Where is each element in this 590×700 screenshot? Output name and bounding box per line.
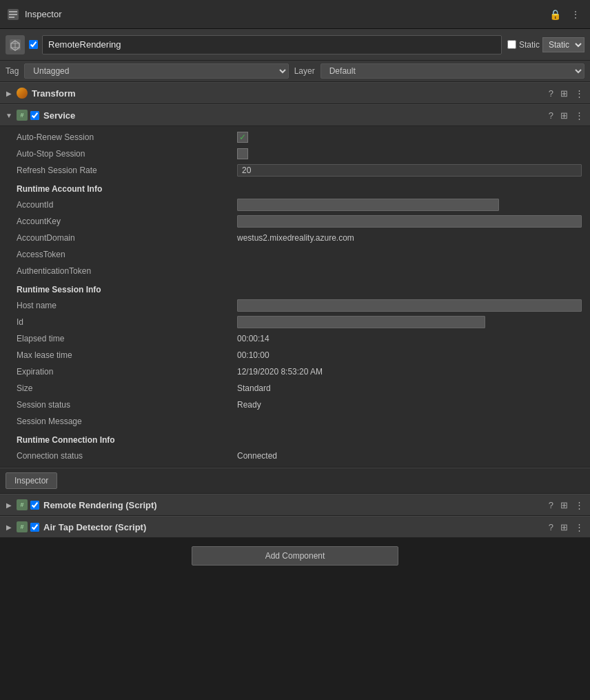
id-field[interactable] xyxy=(237,316,485,328)
session-status-value: Ready xyxy=(237,400,582,410)
service-expand-arrow[interactable]: ▼ xyxy=(4,110,14,120)
elapsed-time-value: 00:00:14 xyxy=(237,334,582,343)
layer-select[interactable]: Default TransparentFX Ignore Raycast Wat… xyxy=(321,63,584,79)
max-lease-time-label: Max lease time xyxy=(17,350,237,360)
remote-rendering-settings-button[interactable]: ⊞ xyxy=(558,499,570,511)
remote-rendering-script-actions: ? ⊞ ⋮ xyxy=(547,499,586,511)
object-header: Static Static xyxy=(0,29,590,61)
air-tap-menu-button[interactable]: ⋮ xyxy=(573,521,586,533)
auto-stop-checkbox[interactable] xyxy=(237,148,248,159)
air-tap-script-header: ▶ # Air Tap Detector (Script) ? ⊞ ⋮ xyxy=(0,516,590,538)
size-row: Size Standard xyxy=(0,380,590,397)
service-help-button[interactable]: ? xyxy=(547,110,556,121)
auto-stop-row: Auto-Stop Session xyxy=(0,146,590,162)
elapsed-time-label: Elapsed time xyxy=(17,334,237,343)
runtime-connection-info-header: Runtime Connection Info xyxy=(0,430,590,448)
service-section-header: ▼ # Service ? ⊞ ⋮ xyxy=(0,104,590,126)
account-domain-label: AccountDomain xyxy=(17,233,237,243)
account-id-label: AccountId xyxy=(17,200,237,210)
remote-rendering-script-header: ▶ # Remote Rendering (Script) ? ⊞ ⋮ xyxy=(0,494,590,516)
refresh-rate-input[interactable] xyxy=(237,164,582,177)
remote-rendering-help-button[interactable]: ? xyxy=(547,499,556,511)
tag-layer-row: Tag Untagged Respawn Finish EditorOnly M… xyxy=(0,61,590,82)
host-name-label: Host name xyxy=(17,301,237,310)
air-tap-help-button[interactable]: ? xyxy=(547,521,556,533)
session-status-row: Session status Ready xyxy=(0,397,590,413)
size-label: Size xyxy=(17,383,237,393)
air-tap-expand-arrow[interactable]: ▶ xyxy=(4,522,14,532)
air-tap-script-title: Air Tap Detector (Script) xyxy=(43,522,547,532)
service-component-body: Auto-Renew Session Auto-Stop Session Ref… xyxy=(0,126,590,468)
air-tap-script-icon: # xyxy=(17,521,28,532)
title-bar-actions: 🔒 ⋮ xyxy=(547,8,583,21)
static-dropdown[interactable]: Static xyxy=(542,37,584,52)
runtime-account-info-header: Runtime Account Info xyxy=(0,179,590,197)
auto-renew-row: Auto-Renew Session xyxy=(0,129,590,146)
account-key-label: AccountKey xyxy=(17,217,237,226)
transform-expand-arrow[interactable]: ▶ xyxy=(4,88,14,98)
refresh-rate-row: Refresh Session Rate xyxy=(0,162,590,179)
id-row: Id xyxy=(0,314,590,330)
static-area: Static Static xyxy=(507,37,584,52)
account-domain-row: AccountDomain westus2.mixedreality.azure… xyxy=(0,230,590,246)
max-lease-time-row: Max lease time 00:10:00 xyxy=(0,347,590,363)
remote-rendering-active-checkbox[interactable] xyxy=(30,501,39,510)
runtime-session-info-header: Runtime Session Info xyxy=(0,279,590,297)
layer-label: Layer xyxy=(294,66,315,76)
host-name-row: Host name xyxy=(0,297,590,314)
session-status-label: Session status xyxy=(17,400,237,410)
refresh-rate-label: Refresh Session Rate xyxy=(17,166,237,175)
remote-rendering-script-icon: # xyxy=(17,499,28,510)
host-name-field[interactable] xyxy=(237,299,582,312)
title-bar: Inspector 🔒 ⋮ xyxy=(0,0,590,29)
service-active-checkbox[interactable] xyxy=(30,111,39,120)
inspector-tab[interactable]: Inspector xyxy=(6,472,57,489)
object-name-input[interactable] xyxy=(42,35,502,54)
menu-button[interactable]: ⋮ xyxy=(568,8,583,21)
service-settings-button[interactable]: ⊞ xyxy=(558,110,570,121)
connection-status-value: Connected xyxy=(237,451,582,461)
size-value: Standard xyxy=(237,383,582,393)
transform-icon xyxy=(17,88,28,99)
account-key-field[interactable] xyxy=(237,215,582,228)
remote-rendering-script-title: Remote Rendering (Script) xyxy=(43,500,547,510)
account-id-row: AccountId xyxy=(0,197,590,213)
static-label: Static xyxy=(519,40,540,50)
svg-rect-2 xyxy=(9,14,17,15)
remote-rendering-expand-arrow[interactable]: ▶ xyxy=(4,500,14,510)
svg-rect-3 xyxy=(9,17,14,18)
transform-menu-button[interactable]: ⋮ xyxy=(573,88,586,99)
service-menu-button[interactable]: ⋮ xyxy=(573,110,586,121)
auth-token-label: AuthenticationToken xyxy=(17,266,237,276)
object-icon xyxy=(6,35,25,54)
account-key-row: AccountKey xyxy=(0,213,590,230)
service-actions: ? ⊞ ⋮ xyxy=(547,110,586,121)
elapsed-time-row: Elapsed time 00:00:14 xyxy=(0,330,590,347)
account-id-field[interactable] xyxy=(237,199,499,211)
tag-label: Tag xyxy=(6,66,19,76)
static-checkbox[interactable] xyxy=(507,40,516,49)
svg-rect-1 xyxy=(9,11,17,12)
transform-title: Transform xyxy=(32,88,547,99)
transform-help-button[interactable]: ? xyxy=(547,88,556,99)
air-tap-script-actions: ? ⊞ ⋮ xyxy=(547,521,586,533)
add-component-area: Add Component xyxy=(0,538,590,574)
air-tap-settings-button[interactable]: ⊞ xyxy=(558,521,570,533)
auto-renew-checkbox[interactable] xyxy=(237,132,248,143)
object-active-checkbox[interactable] xyxy=(29,40,38,49)
transform-settings-button[interactable]: ⊞ xyxy=(558,88,570,99)
tag-select[interactable]: Untagged Respawn Finish EditorOnly MainC… xyxy=(24,63,288,79)
access-token-row: AccessToken xyxy=(0,246,590,263)
air-tap-active-checkbox[interactable] xyxy=(30,523,39,532)
add-component-button[interactable]: Add Component xyxy=(192,546,398,566)
auth-token-row: AuthenticationToken xyxy=(0,263,590,279)
lock-button[interactable]: 🔒 xyxy=(547,8,564,21)
service-title: Service xyxy=(43,110,547,121)
auto-stop-label: Auto-Stop Session xyxy=(17,149,237,159)
connection-status-label: Connection status xyxy=(17,451,237,461)
inspector-tab-bar: Inspector xyxy=(0,468,590,494)
expiration-value: 12/19/2020 8:53:20 AM xyxy=(237,367,582,377)
expiration-row: Expiration 12/19/2020 8:53:20 AM xyxy=(0,363,590,380)
remote-rendering-menu-button[interactable]: ⋮ xyxy=(573,499,586,511)
transform-actions: ? ⊞ ⋮ xyxy=(547,88,586,99)
